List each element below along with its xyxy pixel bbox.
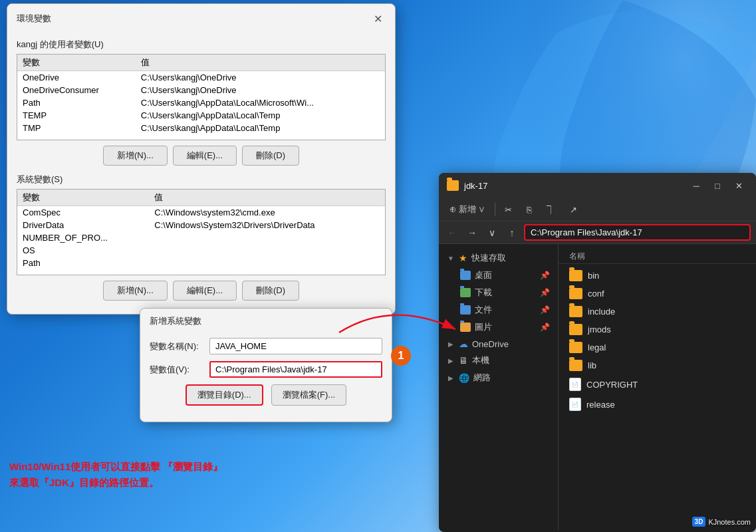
- var-val-cell: C:\Windows\System32\Drivers\DriverData: [149, 219, 385, 231]
- watermark: 3D KJnotes.com: [692, 517, 751, 527]
- folder-icon: [569, 342, 582, 353]
- explorer-close-button[interactable]: ✕: [729, 178, 748, 193]
- explorer-title-text: jdk-17: [464, 181, 487, 191]
- table-row[interactable]: OS: [17, 244, 385, 257]
- var-val-cell: C:\Windows\system32\cmd.exe: [149, 206, 385, 219]
- red-arrow-annotation: [326, 293, 472, 372]
- var-val-cell: C:\Users\kangj\OneDrive: [136, 84, 385, 96]
- sys-new-button[interactable]: 新增(N)...: [103, 281, 168, 301]
- list-item[interactable]: legal: [559, 338, 756, 356]
- list-item[interactable]: 📄COPYRIGHT: [559, 374, 756, 394]
- file-item-name: conf: [588, 289, 745, 299]
- list-item[interactable]: include: [559, 303, 756, 321]
- var-name-cell: Path: [17, 96, 136, 109]
- env-dialog-close-button[interactable]: ✕: [370, 11, 386, 27]
- var-name-cell: Path: [17, 257, 149, 269]
- file-item-name: legal: [588, 342, 745, 352]
- explorer-dropdown-button[interactable]: ∨: [484, 225, 500, 241]
- table-row[interactable]: OneDriveConsumerC:\Users\kangj\OneDrive: [17, 84, 385, 96]
- file-icon: 📄: [569, 378, 581, 391]
- var-name-cell: DriverData: [17, 219, 149, 231]
- sys-edit-button[interactable]: 編輯(E)...: [173, 281, 237, 301]
- file-item-name: bin: [588, 271, 745, 281]
- explorer-content: ▼ ★ 快速存取 桌面 📌 下載 📌 文件 📌 圖片: [439, 244, 756, 530]
- table-row[interactable]: PathC:\Users\kangj\AppData\Local\Microso…: [17, 96, 385, 109]
- network-expand-icon: ▶: [447, 374, 455, 382]
- user-delete-button[interactable]: 刪除(D): [242, 146, 299, 166]
- list-item[interactable]: 📄release: [559, 394, 756, 414]
- env-dialog-titlebar: 環境變數 ✕: [7, 4, 395, 31]
- annotation-line2: 來選取『JDK』目錄的路徑位置。: [9, 477, 159, 488]
- table-row[interactable]: NUMBER_OF_PRO...: [17, 231, 385, 244]
- var-name-cell: TEMP: [17, 109, 136, 122]
- var-name-label: 變數名稱(N):: [150, 340, 209, 352]
- downloads-pin-icon: 📌: [540, 288, 550, 297]
- sys-col-var: 變數: [17, 190, 149, 206]
- explorer-address-input[interactable]: [524, 224, 751, 241]
- user-btn-row: 新增(N)... 編輯(E)... 刪除(D): [17, 146, 386, 166]
- sys-var-table-container: 變數 值 ComSpecC:\Windows\system32\cmd.exeD…: [17, 189, 386, 275]
- user-new-button[interactable]: 新增(N)...: [103, 146, 168, 166]
- var-val-cell: C:\Users\kangj\OneDrive: [136, 71, 385, 84]
- explorer-title-buttons: ─ □ ✕: [687, 178, 748, 193]
- table-row[interactable]: TMPC:\Users\kangj\AppData\Local\Temp: [17, 122, 385, 134]
- explorer-file-list: 名稱 binconfincludejmodslegallib📄COPYRIGHT…: [559, 244, 756, 530]
- table-row[interactable]: DriverDataC:\Windows\System32\Drivers\Dr…: [17, 219, 385, 231]
- table-row[interactable]: ComSpecC:\Windows\system32\cmd.exe: [17, 206, 385, 219]
- var-val-cell: [149, 244, 385, 257]
- add-dialog-btn-row: 瀏覽目錄(D)... 瀏覽檔案(F)...: [150, 384, 382, 406]
- var-name-cell: ComSpec: [17, 206, 149, 219]
- explorer-back-button[interactable]: ←: [444, 225, 460, 241]
- var-name-cell: OS: [17, 244, 149, 257]
- explorer-titlebar: jdk-17 ─ □ ✕: [439, 173, 756, 198]
- annotation-line1: Win10/Win11使用者可以直接點擊 『瀏覽目錄』: [9, 461, 223, 472]
- var-val-cell: [149, 231, 385, 244]
- explorer-new-button[interactable]: ⊕ 新增 ∨: [444, 201, 491, 218]
- env-variables-dialog: 環境變數 ✕ kangj 的使用者變數(U) 變數 值 OneDriveC:\U…: [7, 3, 396, 315]
- explorer-cut-button[interactable]: ✂: [499, 202, 517, 217]
- explorer-up-button[interactable]: ↑: [504, 225, 520, 241]
- pictures-pin-icon: 📌: [540, 323, 550, 332]
- var-name-cell: TMP: [17, 122, 136, 134]
- toolbar-separator-1: [495, 203, 495, 216]
- explorer-copy-button[interactable]: ⎘: [521, 202, 537, 217]
- quickaccess-star-icon: ★: [459, 253, 467, 263]
- file-item-name: release: [586, 400, 745, 410]
- explorer-maximize-button[interactable]: □: [708, 178, 727, 193]
- browse-dir-button[interactable]: 瀏覽目錄(D)...: [186, 384, 263, 406]
- table-row[interactable]: Path: [17, 257, 385, 269]
- sidebar-item-desktop[interactable]: 桌面 📌: [441, 267, 555, 284]
- var-val-cell: [149, 257, 385, 269]
- desktop-pin-icon: 📌: [540, 271, 550, 280]
- explorer-sidebar: ▼ ★ 快速存取 桌面 📌 下載 📌 文件 📌 圖片: [439, 244, 559, 530]
- list-item[interactable]: lib: [559, 356, 756, 374]
- explorer-toolbar: ⊕ 新增 ∨ ✂ ⎘ ⏋ ↗: [439, 198, 756, 221]
- file-list-header: 名稱: [559, 249, 756, 264]
- sys-delete-button[interactable]: 刪除(D): [242, 281, 299, 301]
- file-icon: 📄: [569, 398, 581, 411]
- table-row[interactable]: OneDriveC:\Users\kangj\OneDrive: [17, 71, 385, 84]
- file-item-name: include: [588, 307, 745, 317]
- file-item-name: COPYRIGHT: [586, 380, 745, 390]
- watermark-site: KJnotes.com: [708, 518, 751, 526]
- list-item[interactable]: bin: [559, 267, 756, 285]
- list-item[interactable]: conf: [559, 285, 756, 303]
- user-col-var: 變數: [17, 55, 136, 71]
- sidebar-downloads-label: 下載: [475, 287, 492, 299]
- folder-icon: [569, 324, 582, 335]
- table-row[interactable]: TEMPC:\Users\kangj\AppData\Local\Temp: [17, 109, 385, 122]
- documents-pin-icon: 📌: [540, 305, 550, 315]
- file-explorer-window: jdk-17 ─ □ ✕ ⊕ 新增 ∨ ✂ ⎘ ⏋ ↗ ← → ∨ ↑ ▼ ★ …: [439, 173, 756, 532]
- var-val-cell: C:\Users\kangj\AppData\Local\Microsoft\W…: [136, 96, 385, 109]
- desktop-folder-icon: [460, 271, 471, 280]
- browse-file-button[interactable]: 瀏覽檔案(F)...: [271, 384, 346, 406]
- explorer-minimize-button[interactable]: ─: [687, 178, 705, 193]
- explorer-share-button[interactable]: ↗: [565, 202, 582, 217]
- env-dialog-title: 環境變數: [17, 13, 51, 25]
- sidebar-item-quickaccess[interactable]: ▼ ★ 快速存取: [441, 249, 555, 267]
- explorer-title-left: jdk-17: [447, 180, 487, 191]
- explorer-forward-button[interactable]: →: [464, 225, 480, 241]
- user-edit-button[interactable]: 編輯(E)...: [173, 146, 237, 166]
- list-item[interactable]: jmods: [559, 321, 756, 338]
- explorer-paste-button[interactable]: ⏋: [541, 202, 561, 217]
